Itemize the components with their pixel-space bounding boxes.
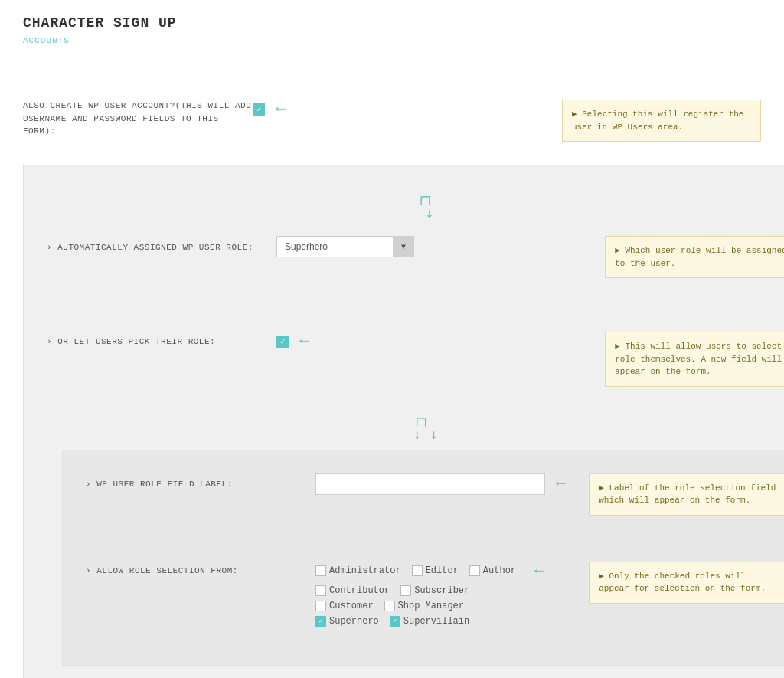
- allow-role-control: Administrator Editor: [315, 562, 566, 627]
- double-curve-arrow: ┌┐↓ ↓: [47, 410, 784, 442]
- role-item-superhero: Superhero: [315, 616, 379, 627]
- auto-role-label: › AUTOMATICALLY ASSIGNED WP USER ROLE:: [47, 240, 276, 254]
- inner-indent-panel: › WP USER ROLE FIELD LABEL: ← ▶ Label of…: [62, 450, 784, 666]
- role-field-label-control: ←: [315, 473, 566, 495]
- role-item-contributor: Contributor: [315, 585, 390, 596]
- role-label-contributor: Contributor: [329, 585, 390, 596]
- role-checkbox-contributor[interactable]: [315, 585, 326, 596]
- role-checkbox-customer[interactable]: [315, 601, 326, 611]
- roles-row-3: Customer Shop Manager: [315, 601, 544, 611]
- role-checkbox-superhero[interactable]: [315, 616, 326, 627]
- role-field-label-input[interactable]: [315, 473, 545, 495]
- role-item-supervillain: Supervillain: [390, 616, 469, 627]
- role-label-subscriber: Subscriber: [414, 585, 469, 596]
- page-container: CHARACTER SIGN UP ACCOUNTS ALSO CREATE W…: [0, 0, 784, 678]
- roles-grid: Administrator Editor: [315, 562, 544, 627]
- indent-panel: ┌┐ ↓ › AUTOMATICALLY ASSIGNED WP USER RO…: [23, 165, 784, 678]
- auto-role-control: Superhero Administrator Editor Author Co…: [276, 236, 582, 257]
- roles-row-1: Administrator Editor: [315, 562, 544, 581]
- role-field-label-label: › WP USER ROLE FIELD LABEL:: [86, 477, 315, 491]
- page-title: CHARACTER SIGN UP: [23, 15, 761, 31]
- breadcrumb-link[interactable]: ACCOUNTS: [23, 36, 70, 45]
- auto-role-help: ▶ Which user role will be assigned to th…: [605, 236, 784, 278]
- allow-role-label: › ALLOW ROLE SELECTION FROM:: [86, 562, 315, 578]
- role-item-administrator: Administrator: [315, 565, 401, 576]
- wp-account-help: ▶ Selecting this will register the user …: [562, 100, 761, 142]
- auto-role-select[interactable]: Superhero Administrator Editor Author Co…: [276, 236, 414, 257]
- wp-account-checkbox[interactable]: [253, 103, 265, 116]
- role-label-customer: Customer: [329, 601, 374, 611]
- let-users-pick-control: ←: [276, 332, 582, 351]
- wp-account-row: ALSO CREATE WP USER ACCOUNT?(THIS WILL A…: [23, 92, 761, 149]
- role-checkbox-supervillain[interactable]: [390, 616, 400, 627]
- let-users-pick-arrow: ←: [299, 332, 309, 351]
- wp-account-arrow: ←: [276, 100, 286, 119]
- allow-role-arrow: ←: [534, 562, 544, 581]
- let-users-pick-label: › OR LET USERS PICK THEIR ROLE:: [47, 334, 276, 349]
- role-label-author: Author: [483, 565, 516, 576]
- role-field-label-arrow: ←: [556, 474, 566, 493]
- roles-row-2: Contributor Subscriber: [315, 585, 544, 596]
- allow-role-row: › ALLOW ROLE SELECTION FROM: Adminis: [86, 554, 784, 634]
- role-item-subscriber: Subscriber: [400, 585, 469, 596]
- role-item-shopmanager: Shop Manager: [384, 601, 464, 611]
- roles-row-4: Superhero Supervillain: [315, 616, 544, 627]
- role-label-editor: Editor: [426, 565, 459, 576]
- let-users-pick-help: ▶ This will allow users to select a role…: [605, 332, 784, 387]
- role-label-supervillain: Supervillain: [403, 616, 469, 627]
- role-label-shopmanager: Shop Manager: [398, 601, 464, 611]
- role-item-editor: Editor: [412, 565, 459, 576]
- let-users-pick-row: › OR LET USERS PICK THEIR ROLE: ← ▶ This…: [47, 324, 784, 395]
- role-checkbox-administrator[interactable]: [315, 565, 326, 576]
- role-checkbox-shopmanager[interactable]: [384, 601, 395, 611]
- role-item-author: Author: [469, 565, 516, 576]
- role-item-customer: Customer: [315, 601, 374, 611]
- role-field-label-row: › WP USER ROLE FIELD LABEL: ← ▶ Label of…: [86, 466, 784, 523]
- auto-role-row: › AUTOMATICALLY ASSIGNED WP USER ROLE: S…: [47, 228, 784, 286]
- role-field-label-help: ▶ Label of the role selection field whic…: [589, 473, 784, 516]
- role-checkbox-editor[interactable]: [412, 565, 423, 576]
- wp-account-label: ALSO CREATE WP USER ACCOUNT?(THIS WILL A…: [23, 100, 253, 138]
- allow-role-help: ▶ Only the checked roles will appear for…: [589, 562, 784, 604]
- auto-role-dropdown-wrapper: Superhero Administrator Editor Author Co…: [276, 236, 414, 257]
- role-label-administrator: Administrator: [329, 565, 401, 576]
- let-users-pick-checkbox[interactable]: [276, 336, 289, 348]
- wp-account-control: ←: [253, 100, 539, 119]
- role-checkbox-subscriber[interactable]: [400, 585, 411, 596]
- role-label-superhero: Superhero: [329, 616, 379, 627]
- role-checkbox-author[interactable]: [469, 565, 480, 576]
- curve-arrow-top: ┌┐ ↓: [47, 188, 784, 221]
